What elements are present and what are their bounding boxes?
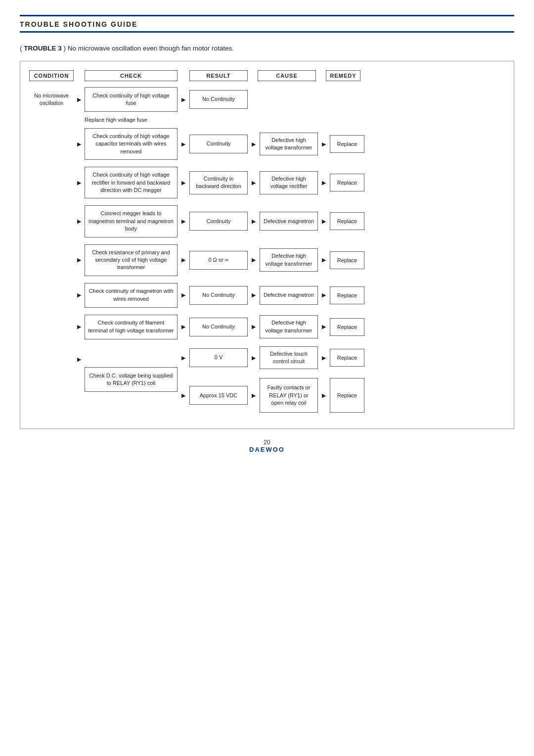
result-box-2: Continuity <box>189 135 248 153</box>
note-text-1: Replace high voltage fuse <box>85 117 147 123</box>
col-header-check: CHECK <box>85 70 178 81</box>
remedy-arrow-7: ▶ <box>318 324 330 330</box>
remedy-arrow-8b: ▶ <box>318 392 330 399</box>
cause-arrow-3: ▶ <box>248 180 260 186</box>
cause-box-8a: Defective touch control circuit <box>260 346 318 370</box>
brand-name: DAEWOO <box>20 446 514 453</box>
arrow-left-6: ▶ <box>74 292 85 298</box>
mid-arrow-6: ▶ <box>178 292 189 298</box>
result-box-8a: 0 V <box>189 348 248 367</box>
remedy-box-2: Replace <box>330 135 364 153</box>
arrow-left-4: ▶ <box>74 218 85 225</box>
header-title: TROUBLE SHOOTING GUIDE <box>20 20 137 28</box>
result-box-4: Continuity <box>189 212 248 231</box>
header-bar: TROUBLE SHOOTING GUIDE <box>20 15 514 33</box>
row-8: ▶ Check D.C. voltage being supplied to R… <box>29 346 505 413</box>
row-7: ▶ Check continuity of filament terminal … <box>29 315 505 339</box>
cond-arrow-1: ▶ <box>74 96 85 103</box>
check-box-8: Check D.C. voltage being supplied to REL… <box>85 367 178 392</box>
cause-box-4: Defective magnetron <box>260 212 318 231</box>
remedy-arrow-3: ▶ <box>318 180 330 186</box>
check-box-4: Connect megger leads to magnetron termin… <box>85 205 178 237</box>
col-header-condition: CONDITION <box>29 70 74 81</box>
cause-arrow-4: ▶ <box>248 218 260 225</box>
check-box-1: Check continuity of high voltage fuse <box>85 87 178 112</box>
mid-arrow-7: ▶ <box>178 324 189 330</box>
remedy-box-8b: Replace <box>330 378 364 413</box>
remedy-arrow-6: ▶ <box>318 292 330 298</box>
mid-arrow-1: ▶ <box>178 96 189 103</box>
arrow-left-5: ▶ <box>74 257 85 263</box>
cause-arrow-8a: ▶ <box>248 355 260 361</box>
remedy-box-8a: Replace <box>330 349 364 367</box>
mid-arrow-2: ▶ <box>178 141 189 147</box>
cause-arrow-6: ▶ <box>248 292 260 298</box>
condition-label: No microwaveoscillation <box>29 92 74 107</box>
result-box-6: No Continuity <box>189 286 248 305</box>
subtitle-description: No microwave oscillation even though fan… <box>68 45 234 52</box>
mid-arrow-8a: ▶ <box>178 355 189 361</box>
remedy-box-5: Replace <box>330 251 364 269</box>
check-box-5: Check resistance of primary and secondar… <box>85 244 178 276</box>
check-box-2: Check continuity of high voltage capacit… <box>85 128 178 160</box>
cause-box-7: Defective high voltage transformer <box>260 315 318 338</box>
result-box-5: 0 Ω or ∞ <box>189 251 248 270</box>
note-1: Replace high voltage fuse <box>29 116 505 123</box>
remedy-arrow-8a: ▶ <box>318 355 330 361</box>
col-header-result: RESULT <box>189 70 248 81</box>
arrow-left-7: ▶ <box>74 324 85 330</box>
cause-arrow-7: ▶ <box>248 324 260 330</box>
mid-arrow-4: ▶ <box>178 218 189 225</box>
col-header-cause: CAUSE <box>258 70 316 81</box>
check-box-7: Check continuity of filament terminal of… <box>85 315 178 339</box>
diagram-box: CONDITION CHECK RESULT CAUSE REMEDY No m… <box>20 61 514 429</box>
subtitle: ( TROUBLE 3 ) No microwave oscillation e… <box>20 45 514 52</box>
arrow-left-8: ▶ <box>74 356 85 363</box>
row-5: ▶ Check resistance of primary and second… <box>29 244 505 276</box>
cause-box-2: Defective high voltage transformer <box>260 133 318 156</box>
mid-arrow-8b: ▶ <box>178 392 189 399</box>
cause-arrow-8b: ▶ <box>248 392 260 399</box>
result-box-3: Continuity in backward direction <box>189 171 248 194</box>
remedy-box-4: Replace <box>330 212 364 230</box>
trouble-number: TROUBLE 3 <box>24 45 62 52</box>
result-box-1: No Continuity <box>189 90 248 109</box>
mid-arrow-5: ▶ <box>178 257 189 263</box>
row-1: No microwaveoscillation ▶ Check continui… <box>29 87 505 112</box>
col-header-remedy: REMEDY <box>326 70 360 81</box>
cause-arrow-2: ▶ <box>248 141 260 147</box>
mid-arrow-3: ▶ <box>178 180 189 186</box>
row-6: ▶ Check continuity of magnetron with wir… <box>29 283 505 308</box>
cause-arrow-5: ▶ <box>248 257 260 263</box>
remedy-arrow-5: ▶ <box>318 257 330 263</box>
remedy-arrow-2: ▶ <box>318 141 330 147</box>
arrow-left-2: ▶ <box>74 141 85 147</box>
footer: 20 DAEWOO <box>20 439 514 453</box>
check-box-3: Check continuity of high voltage rectifi… <box>85 167 178 198</box>
cause-box-6: Defective magnetron <box>260 286 318 305</box>
row-2: ▶ Check continuity of high voltage capac… <box>29 128 505 160</box>
cause-box-8b: Faulty contacts or RELAY (RY1) or open r… <box>260 378 318 413</box>
check-box-6: Check continuity of magnetron with wires… <box>85 283 178 308</box>
result-box-7: No Continuity <box>189 318 248 336</box>
page-number: 20 <box>20 439 514 446</box>
cause-box-5: Defective high voltage transformer <box>260 248 318 272</box>
cause-box-3: Defective high voltage rectifier <box>260 171 318 194</box>
arrow-left-3: ▶ <box>74 180 85 186</box>
row-3: ▶ Check continuity of high voltage recti… <box>29 167 505 198</box>
remedy-box-6: Replace <box>330 286 364 304</box>
remedy-arrow-4: ▶ <box>318 218 330 225</box>
page: TROUBLE SHOOTING GUIDE ( TROUBLE 3 ) No … <box>0 0 534 756</box>
row-4: ▶ Connect megger leads to magnetron term… <box>29 205 505 237</box>
remedy-box-7: Replace <box>330 318 364 336</box>
remedy-box-3: Replace <box>330 174 364 191</box>
result-box-8b: Approx 15 VDC <box>189 386 248 405</box>
